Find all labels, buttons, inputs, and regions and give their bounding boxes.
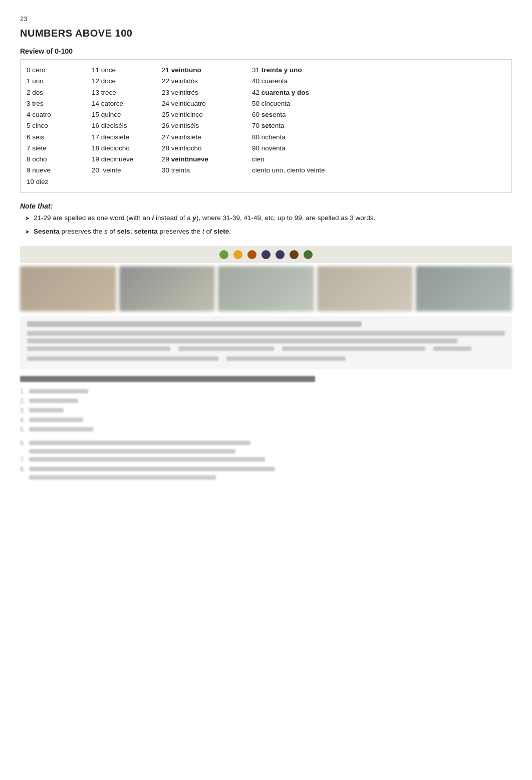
num-24: 24 veinticuatro	[162, 98, 252, 109]
ex-num-3: 3.	[20, 407, 29, 414]
num-50: 50 cincuenta	[252, 98, 362, 109]
main-title: NUMBERS ABOVE 100	[20, 28, 512, 39]
note-text-1: 21-29 are spelled as one word (with an i…	[34, 213, 375, 224]
ex-item-7: 7.	[20, 456, 512, 463]
num-13: 13 trece	[92, 87, 162, 98]
blurred-image-grid	[20, 266, 512, 311]
num-5: 5 cinco	[27, 120, 92, 131]
num-10: 10 diez	[27, 176, 92, 187]
ex-item-8: 8.	[20, 466, 512, 473]
col-3: 21 veintiuno 22 veintidós 23 veintitrés …	[162, 65, 252, 187]
section-title: Review of 0-100	[20, 47, 512, 55]
num-29: 29 veintinueve	[162, 154, 252, 165]
blurred-exercise-section: 1. 2. 3. 4. 5. 6. 7. 8.	[20, 376, 512, 480]
num-80: 80 ochenta	[252, 132, 362, 143]
ex-num-6: 6.	[20, 440, 29, 447]
num-7: 7 siete	[27, 143, 92, 154]
col-2: 11 once 12 doce 13 trece 14 catorce 15 q…	[92, 65, 162, 187]
dot-5	[276, 250, 285, 259]
dots-bar	[20, 246, 512, 263]
num-cien: cien	[252, 154, 362, 165]
note-item-1: 21-29 are spelled as one word (with an i…	[25, 213, 512, 224]
dot-3	[247, 250, 256, 259]
num-12: 12 doce	[92, 76, 162, 87]
blurred-text-block-1	[20, 316, 512, 369]
num-21: 21 veintiuno	[162, 65, 252, 76]
num-27: 27 veintisiete	[162, 132, 252, 143]
num-31: 31 treinta y uno	[252, 65, 362, 76]
num-14: 14 catorce	[92, 98, 162, 109]
page-number: 23	[20, 15, 512, 23]
ex-item-2: 2.	[20, 398, 512, 405]
ex-num-1: 1.	[20, 388, 29, 395]
num-18: 18 dieciocho	[92, 143, 162, 154]
ex-item-1: 1.	[20, 388, 512, 395]
ex-num-8: 8.	[20, 466, 29, 473]
ex-item-6: 6.	[20, 440, 512, 447]
num-19: 19 diecinueve	[92, 154, 162, 165]
num-90: 90 noventa	[252, 143, 362, 154]
num-20: 20 veinte	[92, 165, 162, 176]
note-list: 21-29 are spelled as one word (with an i…	[20, 213, 512, 237]
ex-item-5: 5.	[20, 426, 512, 433]
note-text-2: Sesenta preserves the s of seis; setenta…	[34, 227, 231, 237]
number-table: 0 cero 1 uno 2 dos 3 tres 4 cuatro 5 cin…	[20, 59, 512, 193]
num-40: 40 cuarenta	[252, 76, 362, 87]
dot-6	[290, 250, 299, 259]
num-26: 26 veintiséis	[162, 120, 252, 131]
ex-num-7: 7.	[20, 456, 29, 463]
num-30: 30 treinta	[162, 165, 252, 176]
num-60: 60 sesenta	[252, 109, 362, 120]
num-23: 23 veintitrés	[162, 87, 252, 98]
num-6: 6 seis	[27, 132, 92, 143]
ex-num-5: 5.	[20, 426, 29, 433]
num-15: 15 quince	[92, 109, 162, 120]
num-0: 0 cero	[27, 65, 92, 76]
dot-7	[304, 250, 313, 259]
ex-item-9	[20, 475, 512, 480]
ex-num-4: 4.	[20, 417, 29, 424]
num-3: 3 tres	[27, 98, 92, 109]
ex-item-4: 4.	[20, 417, 512, 424]
num-16: 16 dieciséis	[92, 120, 162, 131]
num-17: 17 diecisiete	[92, 132, 162, 143]
num-ciento: ciento uno, ciento veinte	[252, 165, 362, 176]
note-item-2: Sesenta preserves the s of seis; setenta…	[25, 227, 512, 237]
ex-item-6b	[20, 449, 512, 454]
num-11: 11 once	[92, 65, 162, 76]
ex-num-2: 2.	[20, 398, 29, 405]
num-1: 1 uno	[27, 76, 92, 87]
col-4: 31 treinta y uno 40 cuarenta 42 cuarenta…	[252, 65, 362, 187]
num-25: 25 veinticinco	[162, 109, 252, 120]
num-42: 42 cuarenta y dos	[252, 87, 362, 98]
num-4: 4 cuatro	[27, 109, 92, 120]
num-2: 2 dos	[27, 87, 92, 98]
dot-2	[233, 250, 242, 259]
num-22: 22 veintidós	[162, 76, 252, 87]
blurred-img-1	[20, 266, 116, 311]
blurred-img-3	[218, 266, 314, 311]
num-28: 28 veintiocho	[162, 143, 252, 154]
num-9: 9 nueve	[27, 165, 92, 176]
blurred-img-2	[119, 266, 215, 311]
num-70: 70 setenta	[252, 120, 362, 131]
num-8: 8 ocho	[27, 154, 92, 165]
dot-1	[219, 250, 228, 259]
note-title: Note that:	[20, 202, 512, 210]
ex-item-3: 3.	[20, 407, 512, 414]
blurred-img-5	[416, 266, 512, 311]
dot-4	[261, 250, 271, 259]
blurred-img-4	[317, 266, 413, 311]
col-1: 0 cero 1 uno 2 dos 3 tres 4 cuatro 5 cin…	[27, 65, 92, 187]
note-section: Note that: 21-29 are spelled as one word…	[20, 202, 512, 237]
